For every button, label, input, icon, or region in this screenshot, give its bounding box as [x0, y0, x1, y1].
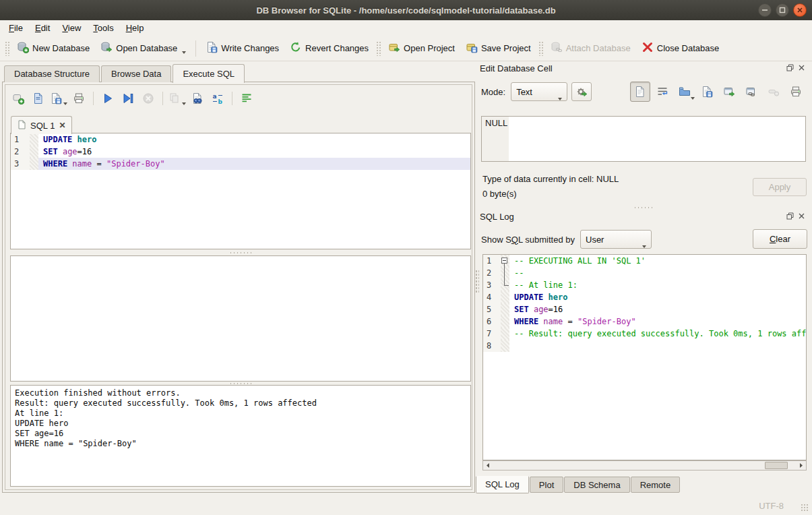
print-icon[interactable]: [786, 82, 806, 102]
titlebar: DB Browser for SQLite - /home/user/code/…: [0, 0, 812, 20]
stop-icon[interactable]: [139, 90, 157, 107]
minimize-icon[interactable]: [758, 3, 772, 17]
code-line: 2SET age=16: [11, 146, 470, 158]
import-data-icon[interactable]: [675, 82, 695, 102]
fold-margin[interactable]: [501, 267, 509, 279]
menu-item-view[interactable]: View: [56, 22, 87, 34]
splitter-left-right[interactable]: [475, 270, 479, 293]
code-text: [509, 340, 806, 352]
line-number: 3: [11, 158, 30, 170]
find-icon[interactable]: [189, 90, 206, 107]
float-dock-icon[interactable]: [786, 63, 794, 72]
menu-item-edit[interactable]: Edit: [29, 22, 56, 34]
execute-all-icon[interactable]: [99, 90, 117, 107]
sql-editor[interactable]: 1UPDATE hero2SET age=163WHERE name = "Sp…: [10, 133, 471, 249]
scroll-right-icon[interactable]: [797, 461, 806, 470]
text-mode-icon[interactable]: [630, 82, 650, 102]
fold-margin[interactable]: [501, 255, 509, 267]
save-project-button[interactable]: Save Project: [460, 38, 536, 59]
menu-item-tools[interactable]: Tools: [87, 22, 119, 34]
encoding-indicator[interactable]: UTF-8: [759, 501, 784, 511]
results-grid[interactable]: [10, 255, 471, 382]
close-tab-icon[interactable]: ✕: [59, 121, 65, 130]
write-changes-icon: [206, 41, 218, 55]
tab-browse-data[interactable]: Browse Data: [101, 65, 171, 82]
auto-switch-mode-button[interactable]: [571, 82, 592, 101]
resize-grip[interactable]: [801, 504, 809, 512]
word-wrap-icon[interactable]: [652, 82, 673, 102]
cell-value-editor[interactable]: NULL: [481, 116, 806, 162]
code-line: 8: [483, 340, 806, 352]
tab-database-structure[interactable]: Database Structure: [4, 65, 100, 82]
toolbar-handle[interactable]: [376, 41, 381, 56]
execution-messages: Execution finished without errors. Resul…: [10, 385, 471, 487]
write-changes-button[interactable]: Write Changes: [200, 38, 284, 59]
sql-tabbar: SQL 1 ✕: [11, 115, 72, 133]
submitter-select[interactable]: User: [580, 230, 652, 249]
fold-margin: [501, 303, 509, 315]
cell-value: NULL: [485, 118, 507, 128]
sql-tab-label: SQL 1: [30, 121, 55, 131]
revert-changes-button[interactable]: Revert Changes: [284, 38, 374, 59]
edit-link-icon[interactable]: [741, 82, 761, 102]
print-icon[interactable]: [70, 90, 88, 107]
code-text: SET age=16: [509, 303, 806, 315]
scroll-left-icon[interactable]: [483, 461, 493, 470]
close-database-button[interactable]: Close Database: [636, 38, 725, 59]
menu-item-file[interactable]: File: [3, 22, 29, 34]
apply-button[interactable]: Apply: [753, 178, 807, 196]
format-sql-icon[interactable]: [238, 90, 255, 107]
open-sql-file-icon[interactable]: [30, 90, 47, 107]
bottom-tab-sql-log[interactable]: SQL Log: [476, 476, 529, 493]
tab-execute-sql[interactable]: Execute SQL: [173, 64, 245, 83]
close-dock-icon[interactable]: [797, 63, 806, 72]
mode-select[interactable]: Text: [511, 82, 567, 101]
code-text: -- At line 1:: [509, 279, 806, 291]
code-line: 6WHERE name = "Spider-Boy": [483, 315, 806, 328]
code-text: --: [509, 267, 806, 279]
code-line: 7-- Result: query executed successfully.…: [483, 328, 806, 340]
code-line: 1UPDATE hero: [11, 133, 470, 146]
toolbar-button-label: Save Project: [481, 43, 531, 53]
chevron-down-icon: [63, 102, 67, 105]
clear-button[interactable]: Clear: [753, 229, 807, 249]
attach-database-button[interactable]: Attach Database: [545, 38, 636, 59]
statusbar: UTF-8: [0, 495, 812, 515]
svg-text:b: b: [218, 98, 223, 105]
open-external-icon[interactable]: [719, 82, 739, 102]
toolbar-handle[interactable]: [5, 41, 9, 56]
bottom-tab-db-schema[interactable]: DB Schema: [564, 477, 629, 493]
open-project-button[interactable]: Open Project: [383, 38, 460, 59]
new-sql-tab-icon[interactable]: [9, 90, 27, 107]
maximize-icon[interactable]: [776, 3, 789, 17]
close-dock-icon[interactable]: [797, 212, 806, 220]
code-line: 4UPDATE hero: [483, 291, 806, 303]
fold-margin: [30, 146, 38, 158]
close-icon[interactable]: [793, 3, 807, 17]
code-text: UPDATE hero: [38, 133, 470, 146]
toolbar-separator: [195, 40, 196, 57]
bottom-tab-plot[interactable]: Plot: [530, 477, 563, 493]
save-results-icon[interactable]: [168, 90, 186, 107]
float-dock-icon[interactable]: [786, 212, 794, 220]
fold-margin[interactable]: [501, 279, 509, 291]
toolbar-separator: [232, 92, 232, 105]
execute-line-icon[interactable]: [119, 90, 137, 107]
menu-item-help[interactable]: Help: [120, 22, 150, 34]
splitter-editor-results[interactable]: [10, 251, 471, 255]
sql-log-filter-row: Show SQL submitted by User Clear: [481, 229, 807, 249]
log-horizontal-scrollbar[interactable]: [482, 460, 807, 471]
new-database-icon: [17, 41, 29, 55]
splitter-docks[interactable]: [480, 205, 807, 210]
new-database-button[interactable]: New Database: [11, 38, 95, 59]
toolbar-separator: [93, 92, 94, 105]
set-null-icon[interactable]: [763, 82, 784, 102]
tab-sql-1[interactable]: SQL 1 ✕: [11, 116, 72, 134]
open-database-button[interactable]: Open Database: [95, 38, 191, 59]
replace-icon[interactable]: ab: [209, 90, 226, 107]
save-sql-file-icon[interactable]: [50, 90, 67, 107]
toolbar-handle[interactable]: [538, 41, 543, 56]
scrollbar-thumb[interactable]: [765, 462, 788, 469]
bottom-tab-remote[interactable]: Remote: [631, 477, 681, 493]
export-data-icon[interactable]: [697, 82, 717, 102]
